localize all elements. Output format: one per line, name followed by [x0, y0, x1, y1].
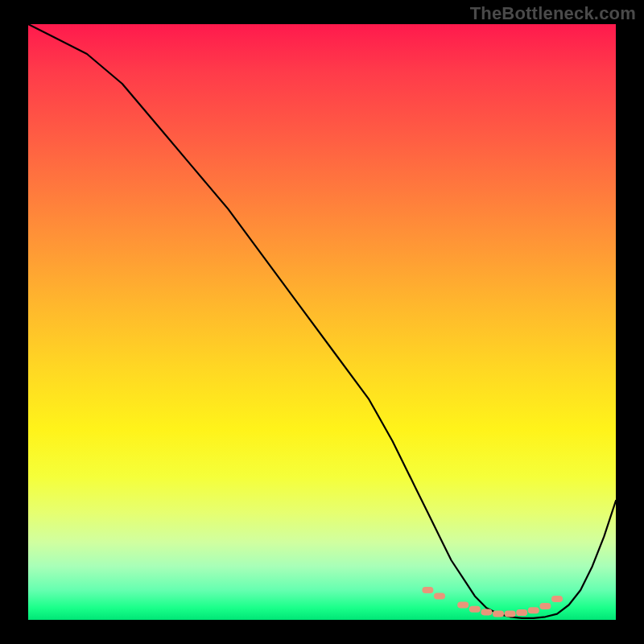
- highlight-marker: [457, 602, 469, 609]
- chart-frame: TheBottleneck.com: [0, 0, 644, 644]
- plot-area: [28, 24, 616, 620]
- curve-svg: [28, 24, 616, 620]
- highlight-marker: [422, 587, 433, 593]
- highlight-marker: [493, 611, 504, 617]
- highlight-marker: [481, 609, 492, 615]
- highlight-marker: [434, 592, 445, 599]
- highlight-marker: [516, 609, 527, 616]
- highlight-marker: [539, 603, 551, 609]
- highlight-marker: [551, 596, 563, 602]
- bottleneck-curve-path: [28, 24, 616, 618]
- highlight-marker: [505, 611, 516, 617]
- highlight-markers: [422, 587, 563, 617]
- watermark-text: TheBottleneck.com: [470, 3, 636, 24]
- highlight-marker: [528, 607, 539, 613]
- highlight-marker: [469, 606, 481, 613]
